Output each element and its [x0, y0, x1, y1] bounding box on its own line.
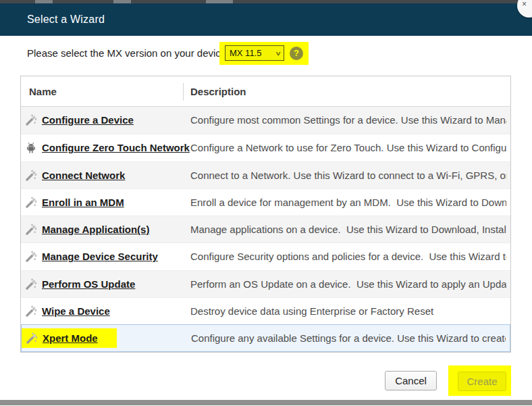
wizard-name-link[interactable]: Manage Device Security — [42, 243, 158, 270]
wizard-description: Perform an OS Update on a device. Use th… — [190, 271, 506, 298]
table-row[interactable]: Perform OS Update Perform an OS Update o… — [21, 270, 510, 297]
wizard-name-link[interactable]: Connect Network — [42, 162, 125, 189]
wizard-name-link[interactable]: Enroll in an MDM — [42, 189, 124, 216]
column-divider — [183, 83, 184, 101]
cancel-button[interactable]: Cancel — [385, 371, 437, 390]
table-row[interactable]: Configure Zero Touch Network Configure a… — [21, 134, 510, 161]
wand-icon — [25, 305, 37, 318]
mx-version-value: MX 11.5 — [230, 48, 277, 58]
table-row[interactable]: Enroll in an MDM Enroll a device for man… — [21, 188, 510, 215]
wizard-name-link[interactable]: Configure Zero Touch Network — [42, 134, 190, 161]
wand-icon — [26, 332, 38, 345]
wizard-description: Connect to a Network. Use this Wizard to… — [190, 162, 506, 189]
close-icon: × — [522, 0, 527, 9]
create-button[interactable]: Create — [458, 372, 506, 391]
wand-icon — [25, 224, 37, 236]
dialog-titlebar: Select a Wizard — [0, 3, 532, 36]
column-header-description: Description — [190, 76, 246, 107]
wizard-name-link[interactable]: Xpert Mode — [43, 325, 98, 352]
column-header-name: Name — [29, 76, 57, 107]
dialog-title: Select a Wizard — [27, 3, 105, 36]
wizard-table: Name Description Configure a Device Conf… — [20, 76, 511, 353]
chevron-down-icon: v — [276, 50, 280, 57]
mx-version-label: Please select the MX version on your dev… — [27, 47, 229, 59]
wizard-description: Configure Security options and policies … — [190, 243, 506, 270]
mx-version-dropdown[interactable]: MX 11.5 v — [225, 45, 284, 61]
wand-icon — [25, 251, 37, 263]
mx-version-highlight: MX 11.5 v ? — [219, 42, 309, 65]
mx-version-row: Please select the MX version on your dev… — [0, 42, 532, 66]
wizard-name-link[interactable]: Manage Application(s) — [42, 216, 149, 243]
wand-icon — [25, 278, 37, 290]
wizard-description: Configure most common Settings for a dev… — [190, 107, 506, 134]
wizard-name-link[interactable]: Perform OS Update — [42, 271, 135, 298]
wizard-description: Configure a Network to use for Zero Touc… — [190, 134, 506, 161]
wizard-description: Destroy device data using Enterprise or … — [190, 298, 506, 325]
android-icon — [25, 142, 37, 154]
create-button-highlight: Create — [448, 365, 511, 396]
wand-icon — [25, 170, 37, 182]
wizard-name-link[interactable]: Configure a Device — [42, 107, 134, 134]
bottom-scrollbar[interactable] — [0, 400, 532, 405]
table-row[interactable]: Xpert Mode Configure any available Setti… — [21, 324, 510, 351]
wizard-description: Enroll a device for management by an MDM… — [190, 189, 506, 216]
wizard-description: Manage applications on a device. Use thi… — [190, 216, 506, 243]
wand-icon — [25, 114, 37, 126]
table-row[interactable]: Wipe a Device Destroy device data using … — [21, 297, 510, 324]
table-body: Configure a Device Configure most common… — [21, 107, 510, 352]
table-header: Name Description — [21, 76, 510, 107]
table-row[interactable]: Connect Network Connect to a Network. Us… — [21, 161, 510, 188]
select-wizard-dialog: Select a Wizard × Please select the MX v… — [0, 0, 532, 406]
wizard-description: Configure any available Settings for a d… — [191, 325, 506, 352]
table-row[interactable]: Manage Device Security Configure Securit… — [21, 243, 510, 270]
table-row[interactable]: Configure a Device Configure most common… — [21, 107, 510, 134]
table-row[interactable]: Manage Application(s) Manage application… — [21, 215, 510, 243]
wizard-name-link[interactable]: Wipe a Device — [42, 298, 110, 325]
help-icon[interactable]: ? — [290, 47, 303, 60]
wand-icon — [25, 197, 37, 209]
